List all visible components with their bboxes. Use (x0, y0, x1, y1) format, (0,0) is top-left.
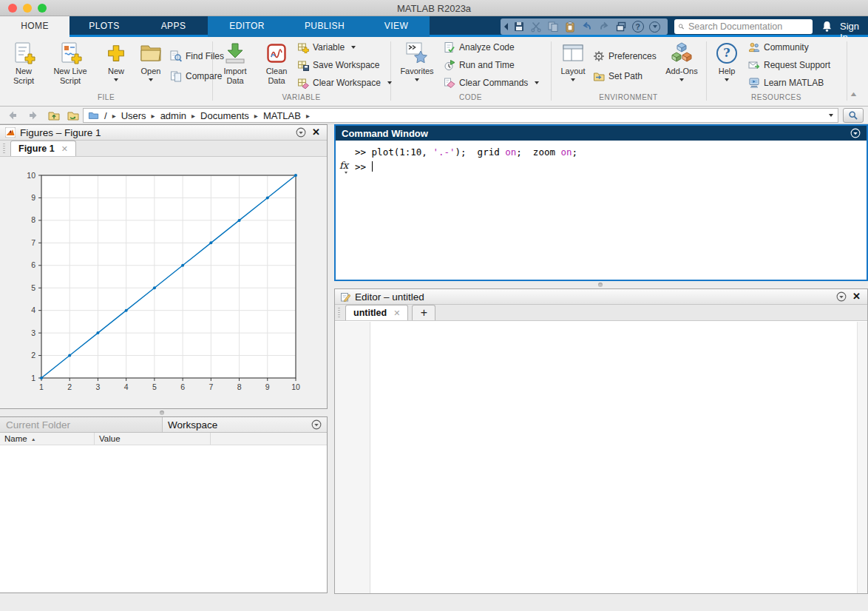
open-button[interactable]: Open (135, 41, 167, 81)
clear-commands-icon (444, 77, 455, 89)
new-button[interactable]: New (101, 41, 132, 81)
run-and-time-button[interactable]: Run and Time (444, 59, 539, 71)
search-documentation-input[interactable] (687, 21, 809, 33)
back-icon[interactable] (6, 109, 19, 122)
clean-data-label: Clean Data (257, 67, 296, 85)
figure-tab-close-icon[interactable]: ✕ (61, 144, 68, 154)
tab-apps[interactable]: APPS (139, 16, 208, 37)
toolbar-options-icon[interactable] (646, 19, 663, 34)
dock-windows-icon[interactable] (612, 19, 629, 34)
workspace-header[interactable]: Workspace (163, 417, 327, 432)
tab-view[interactable]: VIEW (363, 16, 430, 37)
paste-icon[interactable] (561, 19, 578, 34)
folder-search-button[interactable] (843, 108, 864, 123)
tab-editor[interactable]: EDITOR (208, 16, 286, 37)
breadcrumb-separator-icon: ▸ (191, 112, 195, 120)
editor-close-icon[interactable]: ✕ (851, 291, 862, 302)
set-path-button[interactable]: Set Path (593, 70, 657, 82)
variable-button[interactable]: Variable (297, 41, 392, 53)
path-dropdown-caret-icon[interactable] (829, 114, 833, 117)
cut-icon[interactable] (527, 19, 544, 34)
new-document-tab-button[interactable]: + (412, 305, 435, 320)
workspace-menu-icon[interactable] (311, 419, 322, 430)
workspace-name-column[interactable]: Name ▲ (0, 433, 95, 445)
editor-pencil-icon (340, 291, 350, 302)
notifications-bell-icon[interactable] (821, 20, 834, 33)
import-data-button[interactable]: Import Data (216, 41, 254, 85)
svg-text:9: 9 (31, 193, 35, 202)
text-cursor (372, 161, 373, 172)
clear-commands-button[interactable]: Clear Commands (444, 77, 539, 89)
help-label: Help (710, 67, 744, 76)
help-button[interactable]: ? Help (710, 41, 744, 81)
up-folder-icon[interactable] (47, 109, 61, 122)
matlab-figure-icon (5, 127, 16, 138)
current-folder-header[interactable]: Current Folder (0, 417, 163, 432)
request-support-button[interactable]: Request Support (748, 59, 830, 71)
command-code: plot(1:10, (372, 146, 433, 158)
fx-function-hint[interactable]: fx (339, 160, 348, 171)
left-horizontal-splitter[interactable] (0, 409, 328, 416)
new-script-button[interactable]: New Script (4, 41, 43, 85)
figure-canvas[interactable]: 1234567891012345678910 (0, 158, 327, 408)
help-icon: ? (715, 41, 739, 65)
editor-body[interactable] (335, 322, 867, 593)
svg-text:2: 2 (67, 382, 72, 391)
figures-close-icon[interactable]: ✕ (311, 127, 322, 138)
right-horizontal-splitter[interactable] (334, 281, 868, 288)
command-window-menu-icon[interactable] (850, 128, 861, 138)
vertical-splitter[interactable] (328, 124, 334, 594)
breadcrumb-segment[interactable]: / (104, 110, 107, 121)
breadcrumb-segment[interactable]: admin (160, 110, 186, 121)
command-window-body[interactable]: >> plot(1:10, '.-'); grid on; zoom on; >… (336, 141, 867, 280)
add-ons-icon (670, 41, 694, 65)
analyze-code-button[interactable]: Analyze Code (444, 41, 539, 53)
breadcrumb-segment[interactable]: Documents (200, 110, 249, 121)
redo-icon[interactable] (595, 19, 612, 34)
current-folder-path[interactable]: / ▸ Users ▸ admin ▸ Documents ▸ MATLAB ▸ (83, 108, 838, 123)
favorites-button[interactable]: Favorites (395, 41, 439, 81)
help-quick-icon[interactable]: ? (629, 19, 646, 34)
save-workspace-label: Save Workspace (313, 60, 380, 70)
editor-panel: Editor – untitled ✕ untitled ✕ + (334, 288, 868, 594)
command-prompt-line[interactable]: >> (336, 160, 867, 175)
layout-button[interactable]: Layout (555, 41, 591, 81)
community-button[interactable]: Community (748, 41, 830, 53)
save-icon[interactable] (510, 19, 527, 34)
sort-ascending-icon: ▲ (31, 436, 36, 441)
clean-data-button[interactable]: Clean Data (257, 41, 296, 85)
untitled-tab-close-icon[interactable]: ✕ (393, 308, 400, 318)
learn-matlab-label: Learn MATLAB (764, 78, 824, 88)
breadcrumb-segment[interactable]: Users (121, 110, 146, 121)
clear-workspace-button[interactable]: Clear Workspace (297, 77, 392, 89)
figures-panel-header: Figures – Figure 1 ✕ (0, 125, 327, 141)
preferences-button[interactable]: Preferences (593, 50, 657, 62)
editor-scrollbar-track[interactable] (857, 322, 867, 593)
tab-plots[interactable]: PLOTS (69, 16, 139, 37)
editor-menu-icon[interactable] (836, 291, 847, 302)
workspace-value-column[interactable]: Value (95, 433, 211, 445)
tab-publish[interactable]: PUBLISH (286, 16, 363, 37)
breadcrumb-segment[interactable]: MATLAB (263, 110, 301, 121)
figures-menu-icon[interactable] (296, 127, 306, 138)
untitled-tab[interactable]: untitled ✕ (345, 305, 408, 320)
add-ons-button[interactable]: Add-Ons (661, 41, 702, 81)
copy-icon[interactable] (544, 19, 561, 34)
svg-text:8: 8 (237, 382, 242, 391)
ribbon-tab-bar: HOME PLOTS APPS EDITOR PUBLISH VIEW (0, 16, 868, 37)
browse-folder-icon[interactable] (67, 109, 80, 122)
new-live-script-label: New Live Script (43, 67, 98, 85)
workspace-body[interactable] (0, 446, 327, 593)
save-workspace-button[interactable]: Save Workspace (297, 59, 392, 71)
learn-matlab-button[interactable]: Learn MATLAB (748, 77, 830, 89)
forward-icon[interactable] (27, 109, 40, 122)
environment-small-buttons: Preferences Set Path (593, 50, 657, 82)
tab-home[interactable]: HOME (0, 16, 69, 37)
undo-icon[interactable] (578, 19, 595, 34)
new-live-script-button[interactable]: New Live Script (43, 41, 98, 85)
svg-text:6: 6 (180, 382, 185, 391)
figure-1-tab[interactable]: Figure 1 ✕ (10, 141, 76, 156)
editor-panel-title: Editor – untitled (355, 291, 832, 303)
collapse-ribbon-icon[interactable]: ▲ (849, 90, 858, 98)
command-window-title: Command Window (342, 128, 846, 139)
